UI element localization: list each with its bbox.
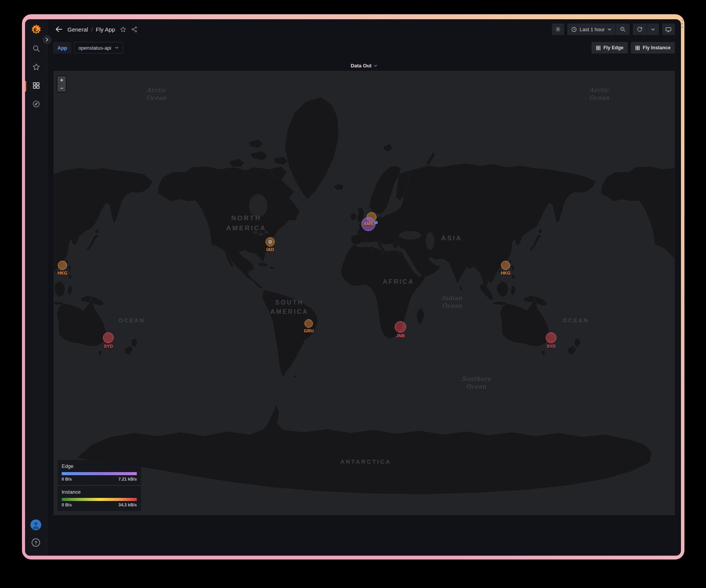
panel-title-menu[interactable]: Data Out <box>54 60 675 71</box>
back-arrow-icon[interactable] <box>53 23 65 35</box>
breadcrumb-section[interactable]: General <box>67 26 88 33</box>
geomap[interactable]: Arctic OceanArctic OceanNORTH AMERICAASI… <box>54 71 675 515</box>
clock-icon <box>571 27 577 32</box>
desktop-background: ? General / Fly App <box>0 0 706 588</box>
map-legend: Edge0 B/s7.21 kB/sInstance0 B/s34.3 kB/s <box>57 460 141 511</box>
marker-label: GRU <box>304 328 314 333</box>
chevron-down-icon <box>373 64 378 68</box>
zoom-in-button[interactable]: + <box>57 76 66 84</box>
marker-circle[interactable] <box>546 332 556 343</box>
help-icon[interactable]: ? <box>32 538 40 547</box>
app-variable-dropdown[interactable]: openstatus-api <box>74 42 123 54</box>
fly-instance-label: Fly Instance <box>643 45 671 50</box>
marker-label: SYD <box>546 344 556 348</box>
time-zoom-out-button[interactable] <box>616 23 630 35</box>
refresh-interval-dropdown[interactable] <box>647 23 659 35</box>
legend-range-row: 0 B/s7.21 kB/s <box>62 477 137 481</box>
legend-divider <box>57 485 141 486</box>
legend-min-value: 0 B/s <box>62 477 72 481</box>
starred-icon[interactable] <box>32 63 40 73</box>
refresh-button[interactable] <box>633 23 647 35</box>
explore-compass-icon[interactable] <box>32 100 40 110</box>
chevron-down-icon <box>115 46 119 50</box>
panel-title: Data Out <box>351 63 371 69</box>
dashboards-icon[interactable] <box>32 82 40 91</box>
legend-max-value: 34.3 kB/s <box>118 503 137 507</box>
fly-edge-button[interactable]: Fly Edge <box>592 42 628 54</box>
legend-section-title: Instance <box>62 489 137 495</box>
time-range-label: Last 1 hour <box>580 27 605 32</box>
geomap-panel: Data Out <box>54 60 675 515</box>
legend-gradient-bar <box>62 498 137 501</box>
marker-circle[interactable] <box>395 321 406 333</box>
grafana-logo-icon[interactable] <box>30 24 42 37</box>
top-toolbar: Last 1 hour <box>552 23 675 35</box>
marker-label: IAD <box>266 247 274 252</box>
tv-kiosk-mode-button[interactable] <box>662 23 675 35</box>
fly-edge-label: Fly Edge <box>603 45 624 50</box>
page-title: Fly App <box>96 26 115 33</box>
breadcrumb-separator: / <box>91 26 92 33</box>
map-zoom-control: + − <box>57 75 67 92</box>
marker-circle[interactable] <box>501 261 510 270</box>
grafana-app-window: ? General / Fly App <box>25 19 681 556</box>
marker-label: JNB <box>396 333 405 338</box>
dashboard-controls: App openstatus-api Fly Edge <box>47 41 681 55</box>
grid-icon <box>596 45 601 50</box>
marker-label: AMS <box>363 221 373 226</box>
fly-instance-button[interactable]: Fly Instance <box>631 42 675 54</box>
legend-section-title: Edge <box>62 463 137 469</box>
top-navbar: General / Fly App <box>47 19 681 39</box>
chevron-down-icon <box>651 27 655 32</box>
grid-icon <box>635 45 640 50</box>
time-range-picker[interactable]: Last 1 hour <box>567 23 615 35</box>
marker-label: HKG <box>501 271 511 275</box>
sidebar-active-indicator <box>25 81 26 92</box>
marker-circle[interactable] <box>58 261 67 270</box>
marker-circle[interactable] <box>375 221 378 224</box>
frame-grip-dots <box>682 20 683 28</box>
marker-circle[interactable] <box>103 332 114 343</box>
breadcrumb: General / Fly App <box>67 26 138 33</box>
main-area: General / Fly App <box>47 19 681 556</box>
legend-gradient-bar <box>62 472 137 475</box>
sidebar-expand-button[interactable] <box>43 35 51 44</box>
chevron-down-icon <box>607 27 612 32</box>
legend-range-row: 0 B/s34.3 kB/s <box>62 503 137 507</box>
search-icon[interactable] <box>32 45 40 54</box>
share-icon[interactable] <box>131 26 138 33</box>
dashboard-settings-button[interactable] <box>552 23 564 35</box>
time-picker-group: Last 1 hour <box>567 23 630 35</box>
app-variable-value: openstatus-api <box>78 45 111 51</box>
legend-min-value: 0 B/s <box>62 503 72 507</box>
marker-label: SYD <box>104 344 113 348</box>
sidebar: ? <box>25 19 47 556</box>
window-frame: ? General / Fly App <box>22 14 684 560</box>
user-avatar[interactable] <box>30 519 41 530</box>
world-map <box>54 71 675 515</box>
zoom-out-button[interactable]: − <box>57 84 66 92</box>
variable-label: App <box>53 42 71 54</box>
legend-max-value: 7.21 kB/s <box>118 477 137 481</box>
refresh-group <box>633 23 659 35</box>
marker-inner-dot <box>269 240 272 244</box>
marker-label: HKG <box>57 271 67 275</box>
marker-circle[interactable] <box>304 319 313 328</box>
favorite-star-icon[interactable] <box>120 26 126 33</box>
